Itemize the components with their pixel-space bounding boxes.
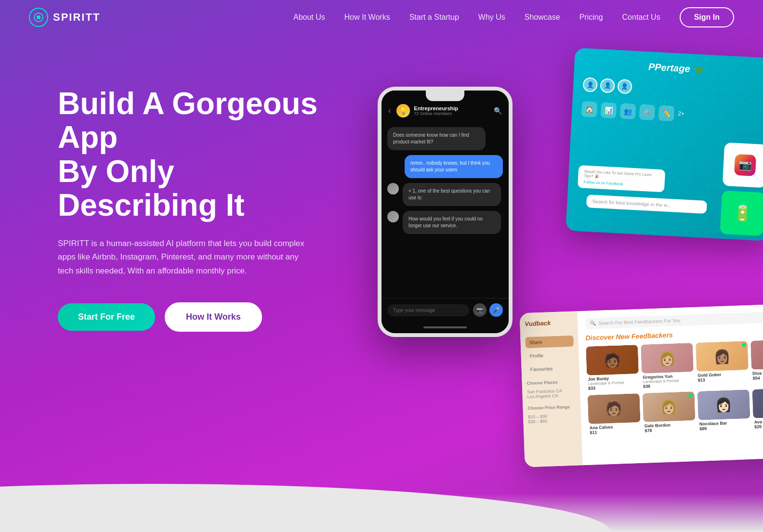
sidebar-section-places: Choose Places	[527, 379, 575, 386]
start-for-free-button[interactable]: Start For Free	[58, 303, 155, 331]
feedbacker-face-8: 👨🏻	[752, 388, 763, 418]
feedbacker-info-6: Gale Bordon $78	[644, 420, 696, 435]
how-it-works-button[interactable]: How It Works	[165, 302, 262, 332]
feedback-card-2: 👩🏼 Gregorios Yun Landscape & Portrait $3…	[641, 343, 694, 390]
nav-item-pricing[interactable]: Pricing	[579, 13, 603, 22]
hero-content: Build A Gorgeous App By Only Describing …	[0, 0, 763, 332]
sidebar-item-share[interactable]: Share	[525, 336, 574, 348]
feedback-card-3: 👩🏽 Gold Goker $13	[696, 341, 749, 389]
nav-item-startup[interactable]: Start a Startup	[409, 13, 459, 22]
logo[interactable]: SPIRITT	[29, 8, 100, 27]
feedbacker-info-4: Diva Palm $54	[751, 368, 763, 382]
hero-title-line1: Build A Gorgeous App	[58, 86, 317, 155]
feedbacker-face-6: 👩🏼	[643, 391, 696, 422]
feedbacker-name-8: Ava Gibush	[754, 418, 763, 425]
feedback-card-4: 👩🏻‍🦰 Diva Palm $54	[750, 339, 763, 387]
nav-item-about[interactable]: About Us	[293, 13, 325, 22]
nav-link-showcase[interactable]: Showcase	[525, 13, 560, 21]
nav-item-howitworks[interactable]: How It Works	[344, 13, 390, 22]
hero-section: SPIRITT About Us How It Works Start a St…	[0, 0, 763, 532]
sidebar-item-favourites[interactable]: Favourites	[526, 363, 575, 375]
feedbacker-info-5: Ana Calves $11	[589, 422, 641, 437]
nav-link-why[interactable]: Why Us	[478, 13, 505, 21]
nav-link-contact[interactable]: Contact Us	[622, 13, 660, 21]
feedbacker-info-2: Gregorios Yun Landscape & Portrait $36	[642, 372, 694, 390]
feedback-card-1: 🧑🏾 Joe Bunty Landscape & Portrait $33	[586, 345, 639, 392]
logo-text: SPIRITT	[53, 11, 100, 24]
nav-links: About Us How It Works Start a Startup Wh…	[293, 13, 660, 22]
hero-subtitle: SPIRITT is a human-assisted AI platform …	[58, 237, 308, 279]
feedback-card-5: 🧑🏽 Ana Calves $11	[588, 393, 641, 437]
svg-point-1	[37, 15, 40, 19]
feedbacker-face-1: 🧑🏾	[586, 345, 639, 376]
feedbacker-face-4: 👩🏻‍🦰	[750, 339, 763, 370]
sign-in-button[interactable]: Sign In	[680, 7, 734, 27]
sidebar-item-profile[interactable]: Profile	[526, 349, 574, 362]
feedbacker-face-5: 🧑🏽	[588, 393, 641, 424]
feedback-sidebar: Vudback Share Profile Favourites Choose …	[520, 311, 583, 467]
hero-bottom-curve	[0, 484, 763, 532]
nav-link-startup[interactable]: Start a Startup	[409, 13, 459, 21]
feedbacker-info-8: Ava Gibush $20	[753, 416, 763, 431]
hero-title: Build A Gorgeous App By Only Describing …	[58, 87, 337, 222]
nav-item-whyus[interactable]: Why Us	[478, 13, 505, 22]
feedbacker-face-7: 👩🏻	[697, 389, 750, 420]
price-options: $10 – $30 $30 – $60	[528, 412, 577, 425]
navbar: SPIRITT About Us How It Works Start a St…	[0, 0, 763, 35]
feedback-card-7: 👩🏻 Nocolace Bar $89	[697, 389, 750, 433]
logo-icon	[29, 8, 48, 27]
nav-item-showcase[interactable]: Showcase	[525, 13, 560, 22]
nav-link-about[interactable]: About Us	[293, 13, 325, 21]
feedbacker-face-2: 👩🏼	[641, 343, 694, 374]
feedbacker-info-7: Nocolace Bar $89	[698, 418, 751, 433]
hero-text: Build A Gorgeous App By Only Describing …	[58, 87, 337, 332]
nav-link-pricing[interactable]: Pricing	[579, 13, 603, 21]
feedbacker-name-4: Diva Palm	[752, 369, 763, 376]
nav-link-how[interactable]: How It Works	[344, 13, 390, 21]
feedbacker-info-1: Joe Bunty Landscape & Portrait $33	[587, 374, 639, 392]
feedback-card-8: 👨🏻 Ava Gibush $20	[752, 388, 763, 431]
hero-title-line2: By Only Describing It	[58, 154, 245, 222]
places-options: San Francisco CA Los Angeles CA	[527, 387, 576, 400]
feedbacker-info-3: Gold Goker $13	[697, 370, 749, 384]
hero-buttons: Start For Free How It Works	[58, 302, 337, 332]
feedback-title-discover: Discover	[585, 333, 614, 342]
sidebar-section-price: Choose Price Range	[527, 404, 576, 411]
feedbacker-face-3: 👩🏽	[696, 341, 749, 372]
feedback-title-new: New Feedbackers	[614, 331, 673, 340]
feedback-grid: 🧑🏾 Joe Bunty Landscape & Portrait $33 👩🏼	[586, 339, 763, 437]
nav-item-contact[interactable]: Contact Us	[622, 13, 660, 22]
feedback-card-6: 👩🏼 Gale Bordon $78	[643, 391, 696, 435]
